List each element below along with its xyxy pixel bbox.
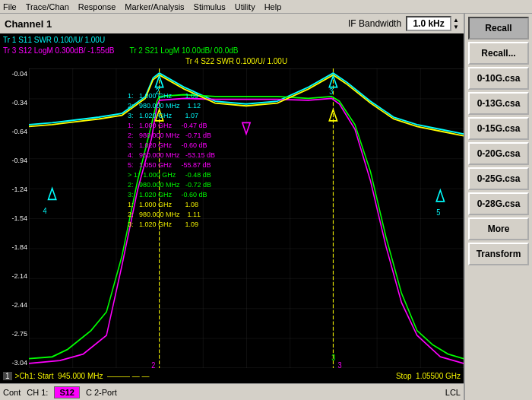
segment-number: 1 bbox=[3, 372, 12, 380]
marker-data-line-3: 3: 1.020 GHz 1.07 bbox=[128, 111, 215, 121]
trace2-label: Tr 2 S21 LogM 10.00dB/ 00.0dB bbox=[129, 46, 238, 56]
trace4-label: Tr 4 S22 SWR 0.100/U/ 1.00U bbox=[185, 56, 461, 67]
marker-data-line-7: 4: 950.000 MHz -53.15 dB bbox=[128, 151, 215, 160]
marker-data-line-9: > 1: 1.000 GHz -0.48 dB bbox=[128, 170, 215, 180]
menu-utility[interactable]: Utility bbox=[235, 2, 255, 11]
y-label-8: -2.44 bbox=[0, 301, 29, 309]
y-label-3: -0.94 bbox=[0, 157, 29, 164]
y-label-5: -1.54 bbox=[0, 214, 29, 222]
plot-container: -0.04 -0.34 -0.64 -0.94 -1.24 -1.54 -1.8… bbox=[0, 68, 464, 368]
grid-area: 2 3 4 5 2 3 3 bbox=[29, 68, 464, 368]
trace3-label: Tr 3 S12 LogM 0.300dB/ -1.55dB bbox=[3, 46, 114, 56]
menu-file[interactable]: File bbox=[3, 2, 17, 11]
y-label-1: -0.34 bbox=[0, 99, 29, 106]
marker-data-line-12: 1: 1.000 GHz 1.08 bbox=[128, 200, 215, 210]
if-bw-up-arrow[interactable]: ▲ bbox=[453, 17, 459, 24]
marker-data-line-13: 2: 980.000 MHz 1.11 bbox=[128, 210, 215, 220]
menu-stimulus[interactable]: Stimulus bbox=[194, 2, 226, 11]
preset-0-25g-button[interactable]: 0-25G.csa bbox=[468, 167, 529, 190]
marker-data-line-5: 2: 980.000 MHz -0.71 dB bbox=[128, 131, 215, 141]
marker-data-line-10: 2: 980.000 MHz -0.72 dB bbox=[128, 180, 215, 190]
marker-data-line-4: 1: 1.000 GHz -0.47 dB bbox=[128, 121, 215, 131]
marker-data-line-11: 3: 1.020 GHz -0.60 dB bbox=[128, 190, 215, 200]
start-frequency: >Ch1: Start 945.000 MHz ——— — — bbox=[15, 372, 396, 380]
preset-0-13g-button[interactable]: 0-13G.csa bbox=[468, 92, 529, 115]
marker-data-line-2: 2: 980.000 MHz 1.12 bbox=[128, 101, 215, 111]
more-button[interactable]: More bbox=[468, 217, 529, 240]
chart-svg: 2 3 4 5 2 3 3 bbox=[29, 68, 464, 368]
svg-text:4: 4 bbox=[43, 206, 46, 215]
marker-data-line-1: 1: 1.000 GHz 1.09 bbox=[128, 91, 215, 101]
y-label-7: -2.14 bbox=[0, 272, 29, 280]
if-bw-down-arrow[interactable]: ▼ bbox=[453, 24, 459, 30]
main-area: Channel 1 IF Bandwidth 1.0 kHz ▲ ▼ Tr 1 … bbox=[0, 14, 532, 400]
menu-response[interactable]: Response bbox=[78, 2, 116, 11]
menu-marker-analysis[interactable]: Marker/Analysis bbox=[125, 2, 184, 11]
status-ch: CH 1: bbox=[27, 388, 48, 397]
y-label-0: -0.04 bbox=[0, 70, 29, 78]
trace-labels: Tr 1 S11 SWR 0.100/U/ 1.00U Tr 3 S12 Log… bbox=[0, 33, 464, 68]
preset-0-15g-button[interactable]: 0-15G.csa bbox=[468, 117, 529, 140]
top-bar: Channel 1 IF Bandwidth 1.0 kHz ▲ ▼ bbox=[0, 14, 464, 33]
menubar: File Trace/Chan Response Marker/Analysis… bbox=[0, 0, 532, 14]
menu-help[interactable]: Help bbox=[264, 2, 282, 11]
status-port: C 2-Port bbox=[86, 388, 439, 397]
svg-text:3: 3 bbox=[338, 360, 342, 368]
chart-area: Channel 1 IF Bandwidth 1.0 kHz ▲ ▼ Tr 1 … bbox=[0, 14, 464, 400]
svg-rect-1 bbox=[29, 68, 464, 368]
if-bw-arrows[interactable]: ▲ ▼ bbox=[453, 17, 459, 30]
status-bar: Cont CH 1: S12 C 2-Port LCL bbox=[0, 383, 464, 400]
svg-text:2: 2 bbox=[151, 360, 155, 368]
status-trace[interactable]: S12 bbox=[54, 386, 80, 398]
sidebar: Recall Recall... 0-10G.csa 0-13G.csa 0-1… bbox=[464, 14, 532, 400]
preset-0-10g-button[interactable]: 0-10G.csa bbox=[468, 67, 529, 90]
y-label-9: -2.75 bbox=[0, 330, 29, 338]
y-label-2: -0.64 bbox=[0, 128, 29, 135]
y-axis: -0.04 -0.34 -0.64 -0.94 -1.24 -1.54 -1.8… bbox=[0, 68, 29, 368]
y-label-10: -3.04 bbox=[0, 359, 29, 367]
svg-text:3: 3 bbox=[329, 87, 333, 97]
y-label-4: -1.24 bbox=[0, 186, 29, 193]
svg-text:3: 3 bbox=[331, 353, 335, 362]
status-cont: Cont bbox=[3, 388, 21, 397]
bottom-bar: 1 >Ch1: Start 945.000 MHz ——— — — Stop 1… bbox=[0, 368, 464, 383]
status-lcl: LCL bbox=[445, 388, 461, 397]
preset-0-20g-button[interactable]: 0-20G.csa bbox=[468, 142, 529, 165]
if-bandwidth-value[interactable]: 1.0 kHz bbox=[406, 16, 451, 31]
channel-label: Channel 1 bbox=[5, 18, 348, 30]
recall-dialog-button[interactable]: Recall... bbox=[468, 42, 529, 65]
marker-data-line-6: 3: 1.020 GHz -0.60 dB bbox=[128, 141, 215, 151]
menu-trace-chan[interactable]: Trace/Chan bbox=[26, 2, 69, 11]
preset-0-28g-button[interactable]: 0-28G.csa bbox=[468, 192, 529, 215]
transform-button[interactable]: Transform bbox=[468, 243, 529, 265]
stop-frequency: Stop 1.05500 GHz bbox=[396, 372, 461, 380]
if-bandwidth-label: IF Bandwidth bbox=[348, 18, 401, 29]
marker-data: 1: 1.000 GHz 1.09 2: 980.000 MHz 1.12 3:… bbox=[128, 91, 215, 230]
recall-button[interactable]: Recall bbox=[468, 17, 529, 40]
trace1-label: Tr 1 S11 SWR 0.100/U/ 1.00U bbox=[3, 35, 461, 46]
marker-data-line-8: 5: 1.050 GHz -55.87 dB bbox=[128, 160, 215, 170]
svg-text:5: 5 bbox=[436, 208, 440, 217]
marker-data-line-14: 3: 1.020 GHz 1.09 bbox=[128, 220, 215, 230]
y-label-6: -1.84 bbox=[0, 243, 29, 251]
